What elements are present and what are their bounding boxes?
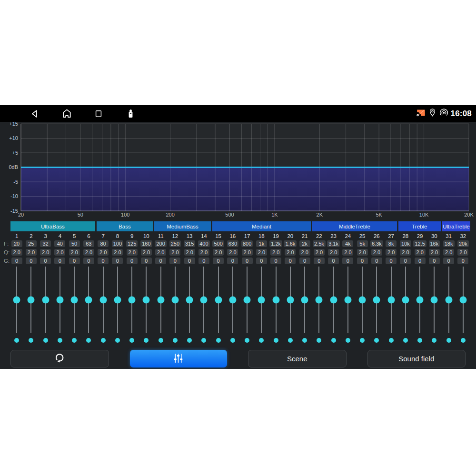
band-gain-slider[interactable] xyxy=(182,267,197,333)
frequency-value-chip[interactable]: 800 xyxy=(241,240,253,247)
gain-value-chip[interactable]: 0 xyxy=(127,258,138,264)
q-value-chip[interactable]: 2.0 xyxy=(270,249,281,256)
gain-value-chip[interactable]: 0 xyxy=(285,258,296,264)
band-gain-slider[interactable] xyxy=(341,267,355,333)
slider-thumb[interactable] xyxy=(28,297,35,304)
q-value-chip[interactable]: 2.0 xyxy=(83,249,94,256)
band-gain-slider[interactable] xyxy=(10,267,24,333)
slider-thumb[interactable] xyxy=(229,297,236,304)
slider-thumb[interactable] xyxy=(330,297,337,304)
slider-thumb[interactable] xyxy=(402,297,409,304)
recents-icon[interactable] xyxy=(93,108,104,119)
q-value-chip[interactable]: 2.0 xyxy=(429,249,440,256)
band-gain-slider[interactable] xyxy=(442,267,456,333)
band-gain-slider[interactable] xyxy=(168,267,182,333)
gain-value-chip[interactable]: 0 xyxy=(415,258,426,264)
frequency-value-chip[interactable]: 250 xyxy=(169,240,181,247)
q-value-chip[interactable]: 2.0 xyxy=(342,249,353,256)
q-value-chip[interactable]: 2.0 xyxy=(213,249,224,256)
slider-thumb[interactable] xyxy=(157,297,164,304)
q-value-chip[interactable]: 2.0 xyxy=(328,249,339,256)
slider-thumb[interactable] xyxy=(200,297,208,304)
frequency-value-chip[interactable]: 63 xyxy=(83,240,94,247)
band-gain-slider[interactable] xyxy=(24,267,38,333)
slider-thumb[interactable] xyxy=(416,297,424,304)
slider-thumb[interactable] xyxy=(114,297,121,304)
q-value-chip[interactable]: 2.0 xyxy=(242,249,253,256)
slider-thumb[interactable] xyxy=(85,297,92,304)
frequency-value-chip[interactable]: 200 xyxy=(155,240,166,247)
gain-value-chip[interactable]: 0 xyxy=(26,258,37,264)
slider-thumb[interactable] xyxy=(431,297,438,304)
frequency-value-chip[interactable]: 50 xyxy=(69,240,80,247)
gain-value-chip[interactable]: 0 xyxy=(69,258,80,264)
band-gain-slider[interactable] xyxy=(327,267,341,333)
band-gain-slider[interactable] xyxy=(269,267,283,333)
frequency-value-chip[interactable]: 500 xyxy=(212,240,224,247)
slider-thumb[interactable] xyxy=(301,297,308,304)
q-value-chip[interactable]: 2.0 xyxy=(357,249,368,256)
band-gain-slider[interactable] xyxy=(413,267,427,333)
gain-value-chip[interactable]: 0 xyxy=(141,258,152,264)
home-icon[interactable] xyxy=(61,108,72,119)
gain-value-chip[interactable]: 0 xyxy=(299,258,310,264)
q-value-chip[interactable]: 2.0 xyxy=(54,249,65,256)
frequency-value-chip[interactable]: 6.3k xyxy=(370,240,383,247)
band-gain-slider[interactable] xyxy=(427,267,441,333)
slider-thumb[interactable] xyxy=(56,297,63,304)
q-value-chip[interactable]: 2.0 xyxy=(141,249,152,256)
reset-button[interactable] xyxy=(10,350,109,367)
frequency-value-chip[interactable]: 20 xyxy=(11,240,22,247)
q-value-chip[interactable]: 2.0 xyxy=(169,249,180,256)
band-gain-slider[interactable] xyxy=(110,267,125,333)
q-value-chip[interactable]: 2.0 xyxy=(26,249,37,256)
gain-value-chip[interactable]: 0 xyxy=(227,258,238,264)
slider-thumb[interactable] xyxy=(272,297,279,304)
gain-value-chip[interactable]: 0 xyxy=(83,258,94,264)
frequency-value-chip[interactable]: 125 xyxy=(126,240,138,247)
q-value-chip[interactable]: 2.0 xyxy=(11,249,22,256)
q-value-chip[interactable]: 2.0 xyxy=(127,249,138,256)
q-value-chip[interactable]: 2.0 xyxy=(299,249,310,256)
q-value-chip[interactable]: 2.0 xyxy=(386,249,397,256)
slider-thumb[interactable] xyxy=(143,297,150,304)
gain-value-chip[interactable]: 0 xyxy=(400,258,411,264)
slider-thumb[interactable] xyxy=(373,297,380,304)
gain-value-chip[interactable]: 0 xyxy=(457,258,468,264)
q-value-chip[interactable]: 2.0 xyxy=(400,249,411,256)
band-gain-slider[interactable] xyxy=(283,267,298,333)
gain-value-chip[interactable]: 0 xyxy=(270,258,281,264)
equalizer-tab-button[interactable] xyxy=(130,350,228,367)
frequency-value-chip[interactable]: 32 xyxy=(40,240,51,247)
gain-value-chip[interactable]: 0 xyxy=(443,258,454,264)
band-gain-slider[interactable] xyxy=(197,267,211,333)
slider-thumb[interactable] xyxy=(129,297,136,304)
gain-value-chip[interactable]: 0 xyxy=(371,258,382,264)
q-value-chip[interactable]: 2.0 xyxy=(98,249,109,256)
q-value-chip[interactable]: 2.0 xyxy=(415,249,426,256)
slider-thumb[interactable] xyxy=(287,297,294,304)
q-value-chip[interactable]: 2.0 xyxy=(155,249,166,256)
slider-thumb[interactable] xyxy=(244,297,251,304)
slider-thumb[interactable] xyxy=(359,297,366,304)
gain-value-chip[interactable]: 0 xyxy=(342,258,353,264)
band-gain-slider[interactable] xyxy=(456,267,470,333)
band-gain-slider[interactable] xyxy=(254,267,268,333)
frequency-value-chip[interactable]: 1.6k xyxy=(284,240,297,247)
slider-thumb[interactable] xyxy=(459,297,466,304)
band-gain-slider[interactable] xyxy=(355,267,369,333)
q-value-chip[interactable]: 2.0 xyxy=(69,249,80,256)
gain-value-chip[interactable]: 0 xyxy=(11,258,22,264)
frequency-value-chip[interactable]: 40 xyxy=(54,240,65,247)
band-gain-slider[interactable] xyxy=(154,267,168,333)
band-gain-slider[interactable] xyxy=(139,267,153,333)
frequency-value-chip[interactable]: 2k xyxy=(299,240,310,247)
gain-value-chip[interactable]: 0 xyxy=(242,258,253,264)
band-gain-slider[interactable] xyxy=(384,267,398,333)
sound-field-button[interactable]: Sound field xyxy=(367,350,466,367)
frequency-value-chip[interactable]: 8k xyxy=(386,240,397,247)
slider-thumb[interactable] xyxy=(186,297,193,304)
q-value-chip[interactable]: 2.0 xyxy=(227,249,238,256)
band-gain-slider[interactable] xyxy=(67,267,81,333)
gain-value-chip[interactable]: 0 xyxy=(169,258,180,264)
